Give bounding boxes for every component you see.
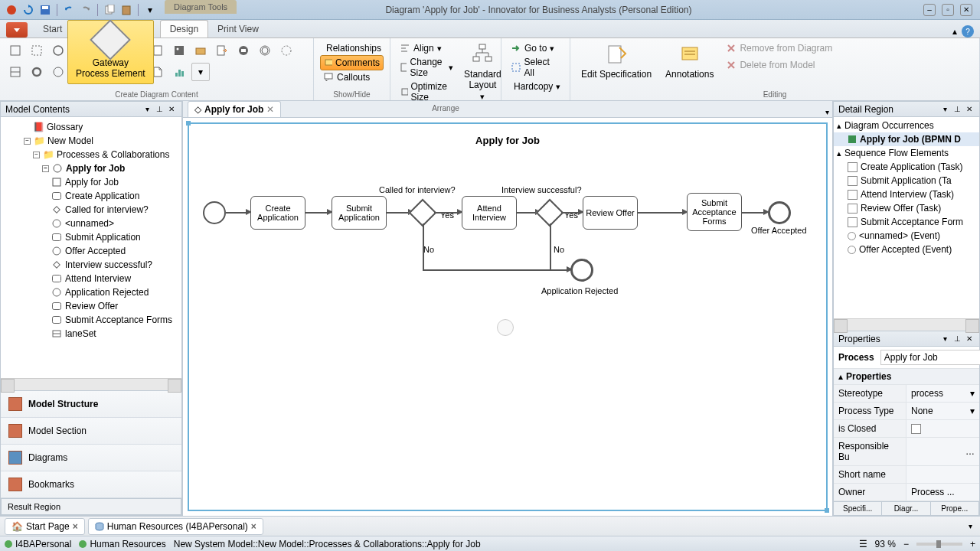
- bottom-tab-hr[interactable]: Human Resources (I4BAPersonal) ×: [88, 518, 263, 535]
- panel-close-icon[interactable]: ✕: [964, 104, 975, 115]
- zoom-in-icon[interactable]: +: [970, 539, 975, 549]
- prop-tab-diagram[interactable]: Diagr...: [882, 502, 930, 515]
- copy-icon[interactable]: [103, 3, 116, 17]
- prop-val-ptype[interactable]: None: [911, 406, 933, 416]
- tree-item[interactable]: Interview successful?: [1, 258, 181, 272]
- bookmarks-button[interactable]: Bookmarks: [1, 471, 181, 498]
- canvas-control-icon[interactable]: [497, 319, 514, 336]
- close-button[interactable]: ✕: [960, 4, 972, 16]
- tree-item[interactable]: <unnamed>: [1, 217, 181, 230]
- tree-apply-job-process[interactable]: −Apply for Job: [1, 161, 181, 175]
- panel-pin-icon[interactable]: ⊥: [952, 334, 962, 344]
- detail-item[interactable]: Create Application (Task): [834, 160, 979, 174]
- minimize-button[interactable]: –: [923, 4, 936, 16]
- horizontal-scrollbar[interactable]: [834, 318, 979, 331]
- tree-item[interactable]: Review Offer: [1, 299, 181, 313]
- zoom-out-icon[interactable]: −: [903, 539, 909, 549]
- pointer-tool-icon[interactable]: [6, 41, 24, 60]
- bottom-menu-icon[interactable]: ▾: [965, 521, 975, 532]
- task-submit-application[interactable]: Submit Application: [332, 196, 387, 230]
- task-attend-interview[interactable]: Attend Interview: [462, 196, 517, 230]
- close-tab-icon[interactable]: ×: [251, 521, 256, 532]
- model-section-button[interactable]: Model Section: [1, 418, 181, 445]
- detail-item[interactable]: Submit Application (Ta: [834, 174, 979, 187]
- select-tool-icon[interactable]: [28, 41, 46, 60]
- prop-val-stereotype[interactable]: process: [911, 388, 943, 399]
- help-icon[interactable]: ?: [962, 25, 974, 37]
- hardcopy-menu[interactable]: Hardcopy ▾: [508, 80, 564, 93]
- tree-item[interactable]: Submit Acceptance Forms: [1, 313, 181, 327]
- detail-apply-bpmn[interactable]: Apply for Job (BPMN D: [834, 132, 979, 146]
- gateway-success[interactable]: [536, 199, 564, 227]
- diagram-canvas[interactable]: Apply for Job Create Application Submit …: [183, 118, 832, 516]
- edit-specification-button[interactable]: Edit Specification: [577, 41, 656, 81]
- image-icon[interactable]: [170, 41, 188, 60]
- panel-dropdown-icon[interactable]: ▾: [142, 104, 152, 115]
- close-tab-icon[interactable]: ×: [73, 521, 78, 532]
- checkbox-icon[interactable]: [848, 176, 858, 186]
- radio-icon[interactable]: [848, 232, 856, 240]
- detail-item[interactable]: Offer Accepted (Event): [834, 243, 979, 256]
- process-name-input[interactable]: [880, 350, 980, 365]
- tree-apply-job-diagram[interactable]: Apply for Job: [1, 175, 181, 189]
- task-review-offer[interactable]: Review Offer: [583, 196, 638, 230]
- gateway-called[interactable]: [409, 199, 437, 227]
- collapse-icon[interactable]: −: [24, 138, 31, 145]
- panel-pin-icon[interactable]: ⊥: [154, 104, 165, 115]
- checkbox-icon[interactable]: [848, 204, 858, 214]
- detail-item[interactable]: Submit Acceptance Form: [834, 215, 979, 229]
- annotations-button[interactable]: Annotations: [661, 41, 718, 81]
- ribbon-collapse-icon[interactable]: ▴: [952, 26, 957, 37]
- bottom-tab-start[interactable]: 🏠 Start Page ×: [5, 518, 85, 535]
- start-event-icon[interactable]: [49, 41, 67, 60]
- detail-item[interactable]: <unnamed> (Event): [834, 229, 979, 243]
- end-event-accepted[interactable]: [768, 201, 791, 224]
- select-all-button[interactable]: Select All: [508, 55, 564, 80]
- panel-close-icon[interactable]: ✕: [166, 104, 177, 115]
- end-event-rejected[interactable]: [570, 259, 593, 282]
- panel-dropdown-icon[interactable]: ▾: [939, 104, 950, 115]
- document-tab[interactable]: ◇ Apply for Job ✕: [188, 101, 281, 117]
- maximize-button[interactable]: ▫: [942, 4, 954, 16]
- export-icon[interactable]: [213, 41, 231, 60]
- start-event[interactable]: [203, 201, 226, 224]
- tab-print-view[interactable]: Print View: [208, 21, 268, 37]
- timer-icon[interactable]: [256, 41, 274, 60]
- is-closed-checkbox[interactable]: [911, 424, 921, 434]
- panel-pin-icon[interactable]: ⊥: [952, 104, 962, 115]
- status-database[interactable]: I4BAPersonal: [5, 539, 71, 549]
- prop-tab-properties[interactable]: Prope...: [931, 502, 979, 515]
- checkbox-icon[interactable]: [848, 217, 858, 227]
- close-tab-icon[interactable]: ✕: [266, 104, 274, 115]
- task-create-application[interactable]: Create Application: [250, 196, 305, 230]
- detail-seqflow-header[interactable]: ▴ Sequence Flow Elements: [834, 146, 979, 160]
- model-structure-button[interactable]: Model Structure: [1, 391, 181, 418]
- change-size-menu[interactable]: Change Size ▾: [397, 55, 456, 80]
- zoom-level[interactable]: 93 %: [875, 539, 896, 549]
- tree-item[interactable]: Called for interview?: [1, 203, 181, 217]
- intermediate-event-icon[interactable]: [277, 41, 296, 60]
- detail-occurrences-header[interactable]: ▴ Diagram Occurrences: [834, 119, 979, 132]
- detail-item[interactable]: Review Offer (Task): [834, 201, 979, 215]
- collapse-icon[interactable]: −: [42, 165, 49, 172]
- radio-icon[interactable]: [848, 246, 856, 254]
- tree-processes[interactable]: −📁Processes & Collaborations: [1, 148, 181, 161]
- undo-icon[interactable]: [62, 3, 76, 17]
- tree-item[interactable]: Offer Accepted: [1, 244, 181, 258]
- save-icon[interactable]: [38, 3, 52, 17]
- tree-item[interactable]: Attend Interview: [1, 272, 181, 285]
- tree-item[interactable]: laneSet: [1, 327, 181, 341]
- message-start-icon[interactable]: [234, 41, 253, 60]
- doc-menu-icon[interactable]: ▾: [822, 106, 832, 117]
- zoom-slider[interactable]: [916, 543, 962, 546]
- comments-toggle[interactable]: Comments: [320, 55, 384, 70]
- status-project[interactable]: Human Resources: [79, 539, 165, 549]
- tree-item[interactable]: Submit Application: [1, 230, 181, 244]
- optimize-size-button[interactable]: Optimize Size: [397, 80, 456, 104]
- standard-layout-button[interactable]: Standard Layout▾: [459, 41, 506, 104]
- tree-item[interactable]: Create Application: [1, 189, 181, 203]
- prop-tab-specification[interactable]: Specifi...: [834, 502, 882, 515]
- status-view-icon[interactable]: ☰: [859, 539, 867, 549]
- chart-icon[interactable]: [170, 63, 188, 81]
- app-menu-button[interactable]: [6, 22, 28, 37]
